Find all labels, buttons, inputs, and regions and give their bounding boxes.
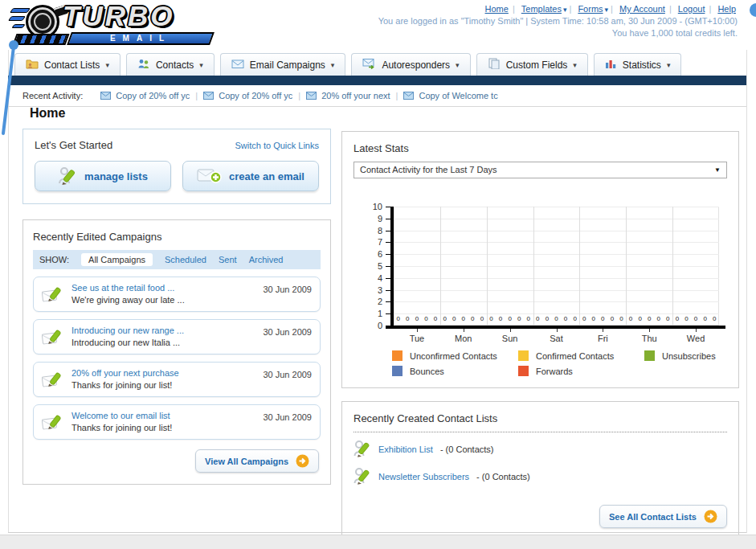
logo-flame-decoration bbox=[8, 16, 26, 21]
filter-sent[interactable]: Sent bbox=[219, 255, 237, 264]
chart-value-label: 0 bbox=[636, 315, 644, 322]
tab-autoresponders[interactable]: Autoresponders ▾ bbox=[351, 53, 470, 76]
campaign-link[interactable]: Introducing our new range ... bbox=[72, 325, 184, 337]
chart-value-label: 0 bbox=[468, 315, 476, 322]
tab-statistics[interactable]: Statistics ▾ bbox=[594, 53, 682, 76]
campaign-subtitle: Thanks for joining our list! bbox=[72, 379, 179, 391]
chart-y-tick-label: 7 bbox=[353, 237, 382, 247]
top-right-area: Home| Templates▾| Forms▾| My Account| Lo… bbox=[378, 4, 738, 38]
chart-x-tick bbox=[464, 329, 464, 332]
chart-value-label: 0 bbox=[608, 315, 616, 322]
manage-lists-button[interactable]: manage lists bbox=[35, 161, 171, 191]
chart-value-label: 0 bbox=[562, 315, 570, 322]
chart-y-tick bbox=[386, 313, 390, 314]
campaign-filter-bar: SHOW: All Campaigns Scheduled Sent Archi… bbox=[33, 250, 321, 269]
person-pencil-icon bbox=[353, 466, 371, 487]
legend-item: Unconfirmed Contacts bbox=[392, 350, 518, 361]
chart-value-label: 0 bbox=[450, 315, 458, 322]
view-all-campaigns-button[interactable]: View All Campaigns bbox=[195, 449, 319, 473]
top-nav-forms[interactable]: Forms bbox=[578, 4, 603, 14]
tab-email-campaigns[interactable]: Email Campaigns ▾ bbox=[220, 53, 346, 76]
campaign-row[interactable]: 20% off your next purchase Thanks for jo… bbox=[33, 362, 321, 397]
chart-value-label: 0 bbox=[431, 315, 439, 322]
tab-custom-fields[interactable]: Custom Fields ▾ bbox=[476, 53, 588, 76]
tab-contacts[interactable]: Contacts ▾ bbox=[126, 53, 215, 76]
recent-activity-link[interactable]: Copy of Welcome tc bbox=[403, 91, 497, 100]
create-email-button[interactable]: create an email bbox=[182, 161, 319, 191]
recent-activity-link[interactable]: 20% off your next bbox=[306, 91, 390, 100]
stats-period-value: Contact Activity for the Last 7 Days bbox=[360, 165, 497, 174]
top-nav-my-account[interactable]: My Account bbox=[619, 4, 665, 14]
folder-user-icon bbox=[26, 58, 39, 72]
switch-quick-links-link[interactable]: Switch to Quick Links bbox=[235, 141, 319, 150]
campaign-row[interactable]: Introducing our new range ... Introducin… bbox=[33, 319, 321, 354]
recent-activity-link[interactable]: Copy of 20% off yc bbox=[100, 91, 190, 100]
filter-archived[interactable]: Archived bbox=[249, 255, 284, 264]
envelope-icon bbox=[403, 92, 414, 100]
contact-list-link[interactable]: Newsletter Subscribers bbox=[378, 472, 469, 481]
chart-y-tick-label: 6 bbox=[353, 249, 382, 259]
chart-gridline bbox=[394, 290, 719, 291]
envelope-pencil-icon bbox=[42, 371, 63, 389]
contact-list-link[interactable]: Exhibition List bbox=[378, 445, 433, 454]
login-status-text: You are logged in as "Timothy Smith" | S… bbox=[378, 16, 738, 26]
chart-value-label: 0 bbox=[571, 315, 579, 322]
envelope-arrow-icon bbox=[362, 58, 376, 72]
chart-value-label: 0 bbox=[543, 315, 551, 322]
chart-gridline bbox=[579, 207, 580, 326]
chart-y-tick-label: 0 bbox=[353, 321, 382, 330]
chart-gridline bbox=[394, 231, 719, 231]
chart-y-tick-label: 4 bbox=[353, 273, 382, 283]
chart-gridline bbox=[394, 278, 719, 279]
tab-label: Email Campaigns bbox=[250, 59, 325, 71]
top-nav-home[interactable]: Home bbox=[485, 4, 509, 14]
legend-swatch bbox=[392, 350, 403, 361]
contact-lists-title: Recently Created Contact Lists bbox=[353, 412, 727, 424]
dotted-divider bbox=[353, 432, 727, 432]
logo-antenna-decoration bbox=[0, 39, 24, 143]
chart-y-tick bbox=[386, 219, 390, 219]
chevron-down-icon: ▾ bbox=[331, 61, 335, 69]
chart-y-tick-label: 1 bbox=[353, 309, 382, 318]
legend-swatch bbox=[518, 350, 529, 361]
page-title: Home bbox=[30, 106, 65, 121]
chart-y-tick bbox=[386, 242, 390, 243]
tab-contact-lists[interactable]: Contact Lists ▾ bbox=[14, 53, 121, 76]
chart-x-tick-label: Mon bbox=[440, 334, 487, 343]
campaign-row[interactable]: See us at the retail food ... We're givi… bbox=[33, 277, 321, 312]
see-all-contact-lists-button[interactable]: See All Contact Lists bbox=[599, 505, 727, 528]
campaign-link[interactable]: Welcome to our email list bbox=[72, 410, 172, 422]
chart-value-label: 0 bbox=[403, 315, 411, 322]
chart-y-tick bbox=[386, 290, 390, 291]
legend-item: Bounces bbox=[392, 366, 518, 376]
recent-activity-link[interactable]: Copy of 20% off yc bbox=[203, 91, 292, 100]
contact-list-item: Exhibition List - (0 Contacts) bbox=[353, 439, 727, 460]
chart-value-label: 0 bbox=[664, 315, 672, 322]
chart-value-label: 0 bbox=[590, 315, 598, 322]
campaign-subtitle: Thanks for joining our list! bbox=[72, 422, 172, 434]
top-nav-templates[interactable]: Templates bbox=[521, 4, 562, 14]
top-bar: TURBO EMAIL Home| Templates▾| Forms▾| My… bbox=[8, 0, 747, 51]
campaign-link[interactable]: 20% off your next purchase bbox=[72, 367, 179, 379]
filter-scheduled[interactable]: Scheduled bbox=[165, 255, 206, 264]
bar-chart-icon bbox=[605, 58, 617, 72]
stats-period-select[interactable]: Contact Activity for the Last 7 Days ▼ bbox=[353, 162, 727, 178]
chart-legend: Unconfirmed ContactsConfirmed ContactsUn… bbox=[392, 350, 727, 376]
logo-title: TURBO bbox=[63, 0, 174, 32]
app-logo: TURBO EMAIL bbox=[10, 2, 225, 48]
campaign-row[interactable]: Welcome to our email list Thanks for joi… bbox=[33, 404, 321, 440]
legend-label: Unconfirmed Contacts bbox=[410, 351, 497, 361]
tab-label: Contacts bbox=[156, 59, 194, 71]
filter-all-campaigns[interactable]: All Campaigns bbox=[81, 253, 153, 266]
campaign-link[interactable]: See us at the retail food ... bbox=[72, 282, 185, 294]
top-nav-help[interactable]: Help bbox=[717, 4, 736, 14]
nav-separator: | bbox=[709, 4, 711, 14]
chart-y-tick bbox=[386, 326, 390, 326]
top-nav-logout[interactable]: Logout bbox=[678, 4, 705, 14]
chart-gridline bbox=[394, 242, 719, 243]
logo-email-bar: EMAIL bbox=[67, 32, 215, 45]
chart-gridline bbox=[487, 207, 488, 326]
nav-separator: | bbox=[513, 4, 515, 14]
campaign-subtitle: We're giving away our late ... bbox=[72, 294, 185, 306]
person-pencil-icon bbox=[353, 439, 371, 460]
